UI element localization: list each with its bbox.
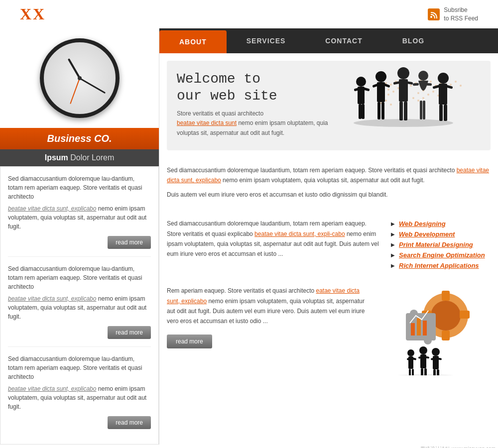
sidebar-post-1: Sed diamaccusantium doloremque lau-danti…	[8, 174, 151, 257]
svg-rect-54	[404, 102, 407, 120]
two-col-section: Sed diamaccusantium doloremque laudantiu…	[159, 211, 498, 278]
svg-rect-83	[409, 369, 411, 375]
svg-point-55	[418, 71, 428, 81]
arrow-icon-2: ▶	[391, 231, 395, 237]
hero-link[interactable]: beatae vitae dicta sunt	[177, 119, 237, 126]
svg-rect-96	[437, 369, 439, 375]
minute-hand	[79, 78, 106, 94]
hour-hand	[67, 58, 80, 79]
nav-blog[interactable]: BLOG	[382, 28, 444, 53]
arrow-icon-4: ▶	[391, 252, 395, 258]
svg-point-85	[419, 346, 427, 354]
service-item-1: ▶ Web Designing	[391, 219, 491, 229]
read-more-btn-2[interactable]: read more	[108, 326, 151, 339]
svg-rect-75	[424, 336, 432, 344]
nav-about[interactable]: ABOUT	[159, 30, 227, 53]
read-more-btn-main[interactable]: read more	[167, 335, 212, 348]
hero-text: Welcome to our web site Store veritatis …	[177, 71, 334, 140]
rss-label: Subsribe to RSS Feed	[444, 6, 478, 23]
svg-rect-59	[423, 101, 425, 119]
svg-rect-64	[439, 105, 443, 121]
svg-rect-72	[460, 311, 470, 319]
clock-center	[78, 76, 82, 80]
sidebar-posts: Sed diamaccusantium doloremque lau-danti…	[0, 166, 159, 445]
nav-services[interactable]: SERVICES	[227, 28, 306, 53]
svg-rect-78	[423, 321, 427, 336]
content-body: Sed diamaccusantium doloremque laudantiu…	[159, 158, 498, 211]
service-item-3: ▶ Print Material Designing	[391, 239, 491, 250]
services-list: ▶ Web Designing ▶ Web Development ▶ Prin…	[391, 219, 491, 271]
post-1-link[interactable]: beatae vitae dicta sunt, explicabo	[8, 205, 96, 212]
post-2-text: Sed diamaccusantium doloremque lau-danti…	[8, 264, 151, 291]
service-link-5[interactable]: Rich Internet Applications	[399, 262, 479, 269]
read-more-btn-1[interactable]: read more	[108, 236, 151, 249]
watermark: 思缘设计论坛 www.missyuan.com	[0, 445, 498, 448]
svg-rect-41	[359, 104, 362, 119]
content-area: ABOUT SERVICES CONTACT BLOG Welcome to o…	[159, 28, 498, 445]
svg-rect-42	[362, 104, 365, 119]
main-para-2: Duis autem vel eum iriure vero eros et a…	[167, 190, 491, 200]
service-link-1[interactable]: Web Designing	[399, 220, 446, 227]
service-link-2[interactable]: Web Development	[399, 230, 455, 238]
col-right: ▶ Web Designing ▶ Web Development ▶ Prin…	[391, 219, 491, 271]
post-3-text: Sed diamaccusantium doloremque lau-danti…	[8, 354, 151, 381]
svg-rect-90	[424, 368, 427, 375]
hero-body: Store veritatis et quasi architecto beat…	[177, 109, 334, 138]
bottom-text: Rem aperiam eaquep. Store veritatis et q…	[167, 286, 371, 375]
svg-rect-53	[399, 102, 403, 120]
service-item-2: ▶ Web Development	[391, 229, 491, 239]
bottom-image	[381, 286, 491, 375]
svg-point-43	[375, 71, 386, 82]
svg-point-66	[354, 119, 453, 127]
hero-section: Welcome to our web site Store veritatis …	[167, 61, 491, 150]
svg-rect-56	[413, 83, 419, 86]
services-left-link[interactable]: beatae vitae dicta sunt, expli-cabo	[254, 230, 345, 237]
puzzle-svg	[381, 286, 481, 375]
svg-rect-77	[417, 318, 421, 336]
clock-section	[0, 28, 159, 128]
svg-rect-65	[444, 105, 447, 121]
hero-image	[341, 71, 481, 140]
post-1-text: Sed diamaccusantium doloremque lau-danti…	[8, 174, 151, 201]
svg-rect-47	[377, 102, 380, 119]
read-more-btn-3[interactable]: read more	[108, 416, 151, 429]
sidebar-post-3: Sed diamaccusantium doloremque lau-danti…	[8, 354, 151, 437]
logo: XX	[20, 5, 46, 23]
svg-rect-89	[421, 368, 423, 375]
svg-point-60	[438, 73, 449, 84]
sidebar-post-2: Sed diamaccusantium doloremque lau-danti…	[8, 264, 151, 347]
svg-rect-84	[412, 369, 414, 375]
post-3-link[interactable]: beatae vitae dicta sunt, explicabo	[8, 385, 96, 392]
rss-section[interactable]: Subsribe to RSS Feed	[428, 6, 478, 23]
svg-rect-70	[442, 331, 450, 340]
tagline: Ipsum Dolor Lorem	[0, 149, 159, 166]
service-link-4[interactable]: Search Engine Optimization	[399, 251, 485, 259]
hero-title: Welcome to our web site	[177, 71, 334, 104]
main-para-1: Sed diamaccusantium doloremque laudantiu…	[167, 165, 491, 186]
svg-point-37	[356, 77, 366, 87]
svg-point-91	[432, 348, 440, 356]
svg-rect-58	[420, 101, 422, 119]
arrow-icon-1: ▶	[391, 221, 395, 226]
svg-rect-69	[442, 291, 450, 301]
bottom-section: Rem aperiam eaquep. Store veritatis et q…	[159, 278, 498, 383]
service-link-3[interactable]: Print Material Designing	[399, 241, 473, 248]
sidebar: Business CO. Ipsum Dolor Lorem Sed diama…	[0, 28, 159, 445]
post-2-link[interactable]: beatae vitae dicta sunt, explicabo	[8, 295, 96, 302]
col-left: Sed diamaccusantium doloremque laudantiu…	[167, 219, 381, 271]
svg-rect-76	[411, 323, 415, 336]
clock	[40, 38, 120, 118]
arrow-icon-5: ▶	[391, 263, 395, 268]
svg-point-0	[430, 16, 432, 18]
svg-point-97	[391, 374, 461, 375]
service-item-4: ▶ Search Engine Optimization	[391, 250, 491, 260]
business-name: Business CO.	[0, 128, 159, 149]
svg-point-79	[407, 349, 414, 356]
service-item-5: ▶ Rich Internet Applications	[391, 260, 491, 271]
arrow-icon-3: ▶	[391, 242, 395, 247]
silhouettes-svg	[341, 61, 481, 140]
rss-icon	[428, 8, 440, 20]
nav-contact[interactable]: CONTACT	[305, 28, 382, 53]
nav-bar: ABOUT SERVICES CONTACT BLOG	[159, 28, 498, 53]
svg-rect-48	[381, 102, 384, 119]
